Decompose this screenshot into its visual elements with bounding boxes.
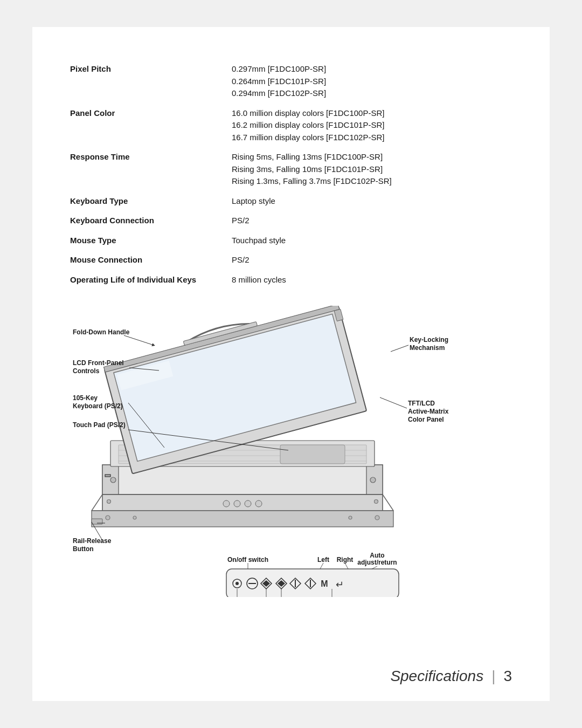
svg-text:↵: ↵ [336,579,344,590]
svg-rect-4 [105,475,110,477]
svg-text:Controls: Controls [73,367,100,375]
svg-point-29 [375,516,379,520]
svg-text:Mechanism: Mechanism [410,344,445,352]
svg-text:On/off switch: On/off switch [227,556,268,564]
footer-page: 3 [503,668,512,685]
svg-text:Keyboard (PS/2): Keyboard (PS/2) [73,402,123,410]
svg-point-62 [235,582,239,585]
svg-line-24 [383,495,393,511]
spec-label: Panel Color [70,104,232,148]
spec-label: Pixel Pitch [70,59,232,104]
svg-point-28 [106,516,110,520]
spec-label: Operating Life of Individual Keys [70,270,232,290]
specs-table: Pixel Pitch0.297mm [F1DC100P-SR]0.264mm … [70,59,512,290]
spec-label: Mouse Connection [70,250,232,270]
svg-line-86 [345,563,348,569]
svg-text:Auto: Auto [370,552,384,559]
svg-line-23 [92,495,102,511]
diagram-area: Fold-Down Handle LCD Front-Panel Control… [70,306,512,597]
svg-rect-16 [280,445,345,464]
page: Pixel Pitch0.297mm [F1DC100P-SR]0.264mm … [32,27,550,701]
spec-value: PS/2 [232,250,512,270]
svg-text:Button: Button [73,545,94,553]
svg-text:Fold-Down Handle: Fold-Down Handle [73,328,130,336]
spec-label: Keyboard Type [70,191,232,211]
svg-point-5 [370,477,376,483]
svg-line-51 [380,397,407,408]
svg-text:TFT/LCD: TFT/LCD [408,400,435,407]
spec-value: 16.0 million display colors [F1DC100P-SR… [232,104,512,148]
svg-point-7 [223,500,230,507]
svg-point-32 [107,500,111,504]
svg-point-8 [234,500,240,507]
svg-text:Rail-Release: Rail-Release [73,537,112,545]
footer: Specifications | 3 [390,668,512,685]
svg-point-30 [133,516,136,519]
svg-text:Key-Locking: Key-Locking [410,336,448,344]
spec-label: Keyboard Connection [70,211,232,231]
svg-point-10 [255,500,262,507]
svg-point-3 [110,477,116,483]
svg-text:105-Key: 105-Key [73,394,98,402]
svg-text:Right: Right [337,556,354,564]
svg-rect-26 [92,511,393,527]
spec-label: Mouse Type [70,231,232,251]
svg-line-48 [391,345,408,352]
spec-value: 0.297mm [F1DC100P-SR]0.264mm [F1DC101P-S… [232,59,512,104]
svg-point-9 [245,500,251,507]
spec-value: Laptop style [232,191,512,211]
spec-value: PS/2 [232,211,512,231]
svg-line-85 [320,563,323,569]
svg-line-34 [124,335,154,345]
footer-divider: | [491,668,495,685]
svg-text:LCD Front-Panel: LCD Front-Panel [73,359,124,367]
spec-value: Touchpad style [232,231,512,251]
footer-title: Specifications [390,668,483,685]
svg-text:Color Panel: Color Panel [408,416,444,423]
svg-text:Active-Matrix: Active-Matrix [408,408,449,415]
svg-text:M: M [321,579,328,588]
svg-point-33 [375,500,378,504]
svg-text:Left: Left [317,556,329,564]
spec-value: Rising 5ms, Falling 13ms [F1DC100P-SR]Ri… [232,147,512,191]
svg-point-31 [349,516,352,519]
svg-text:adjust/return: adjust/return [357,559,397,566]
spec-value: 8 million cycles [232,270,512,290]
svg-text:Touch Pad (PS/2): Touch Pad (PS/2) [73,421,126,429]
spec-label: Response Time [70,147,232,191]
